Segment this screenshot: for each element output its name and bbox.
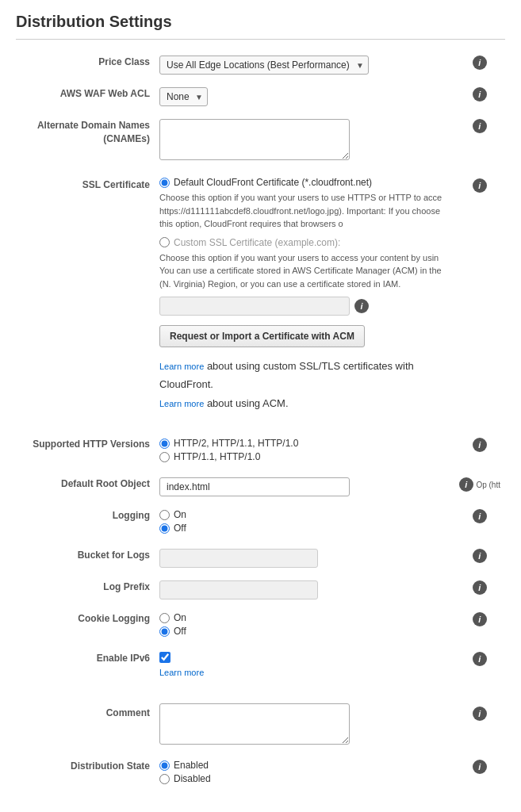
- http-version-radio-2[interactable]: [159, 452, 170, 462]
- comment-input[interactable]: [159, 703, 350, 745]
- enable-ipv6-checkbox[interactable]: [159, 652, 170, 663]
- settings-form: Price Class Use All Edge Locations (Best…: [16, 49, 505, 793]
- price-class-label: Price Class: [98, 56, 150, 67]
- distribution-state-enabled-radio[interactable]: [159, 760, 170, 771]
- log-prefix-row: Log Prefix i: [16, 574, 505, 606]
- ssl-default-desc: Choose this option if you want your user…: [159, 191, 450, 231]
- log-prefix-info-icon: i: [473, 580, 487, 595]
- aws-waf-info-icon: i: [473, 87, 487, 102]
- ssl-default-label: Default CloudFront Certificate (*.cloudf…: [174, 177, 372, 188]
- ssl-default-option: Default CloudFront Certificate (*.cloudf…: [159, 177, 450, 188]
- cookie-logging-on-label: On: [174, 612, 186, 623]
- cookie-logging-on-option: On: [159, 612, 450, 623]
- comment-row: Comment i: [16, 697, 505, 753]
- cookie-logging-row: Cookie Logging On Off i: [16, 606, 505, 645]
- ssl-custom-radio[interactable]: [159, 237, 170, 247]
- alternate-domains-input[interactable]: [159, 119, 350, 160]
- cert-input[interactable]: [159, 297, 350, 316]
- ssl-info-icon: i: [473, 178, 487, 193]
- distribution-state-label: Distribution State: [71, 760, 150, 772]
- default-root-object-row: Default Root Object i Op (htt: [16, 471, 505, 503]
- distribution-state-enabled-option: Enabled: [159, 760, 450, 771]
- log-prefix-input[interactable]: [159, 580, 318, 599]
- price-class-select[interactable]: Use All Edge Locations (Best Performance…: [159, 56, 369, 75]
- price-class-dropdown-wrapper: Use All Edge Locations (Best Performance…: [159, 56, 369, 75]
- http-versions-info-icon: i: [473, 438, 487, 452]
- bucket-for-logs-row: Bucket for Logs i: [16, 542, 505, 574]
- distribution-state-disabled-label: Disabled: [174, 773, 211, 784]
- logging-label: Logging: [113, 510, 150, 521]
- ipv6-learn-more-block: Learn more: [159, 666, 450, 678]
- ssl-learn-more-suffix-2: about using ACM.: [204, 397, 288, 409]
- ssl-custom-label: Custom SSL Certificate (example.com):: [174, 237, 340, 248]
- price-class-row: Price Class Use All Edge Locations (Best…: [16, 49, 505, 81]
- distribution-state-disabled-radio[interactable]: [159, 774, 170, 784]
- default-root-object-info-icon: i: [459, 477, 473, 492]
- logging-info-icon: i: [473, 509, 487, 523]
- http-version-label-2: HTTP/1.1, HTTP/1.0: [174, 451, 260, 462]
- http-versions-label: Supported HTTP Versions: [33, 439, 150, 450]
- http-version-option-2: HTTP/1.1, HTTP/1.0: [159, 451, 450, 462]
- alternate-domains-info-icon: i: [473, 119, 487, 133]
- logging-on-option: On: [159, 509, 450, 520]
- ssl-learn-more-link-1[interactable]: Learn more: [159, 362, 204, 371]
- comment-info-icon: i: [473, 707, 487, 721]
- enable-ipv6-info-icon: i: [473, 652, 487, 666]
- logging-off-radio[interactable]: [159, 523, 170, 534]
- aws-waf-select[interactable]: None: [159, 87, 208, 106]
- cookie-logging-off-label: Off: [174, 626, 186, 637]
- ssl-custom-desc: Choose this option if you want your user…: [159, 251, 450, 291]
- log-prefix-label: Log Prefix: [103, 581, 150, 592]
- http-version-option-1: HTTP/2, HTTP/1.1, HTTP/1.0: [159, 438, 450, 449]
- cookie-logging-off-radio[interactable]: [159, 626, 170, 637]
- default-root-object-label: Default Root Object: [61, 478, 150, 489]
- cookie-logging-off-option: Off: [159, 626, 450, 637]
- distribution-state-disabled-option: Disabled: [159, 773, 450, 784]
- enable-ipv6-container: [159, 652, 450, 663]
- bucket-for-logs-label: Bucket for Logs: [78, 550, 150, 561]
- default-root-object-tooltip: Op (htt: [476, 481, 500, 489]
- http-versions-row: Supported HTTP Versions HTTP/2, HTTP/1.1…: [16, 431, 505, 471]
- logging-on-label: On: [174, 509, 186, 520]
- ssl-custom-option: Custom SSL Certificate (example.com):: [159, 237, 450, 248]
- http-version-label-1: HTTP/2, HTTP/1.1, HTTP/1.0: [174, 438, 298, 449]
- logging-off-label: Off: [174, 523, 186, 534]
- acm-button[interactable]: Request or Import a Certificate with ACM: [159, 325, 365, 347]
- bucket-for-logs-info-icon: i: [473, 549, 487, 563]
- ssl-default-radio[interactable]: [159, 178, 170, 188]
- cert-info-icon: i: [354, 299, 369, 313]
- default-root-object-input[interactable]: [159, 477, 350, 496]
- distribution-state-info-icon: i: [473, 760, 487, 774]
- distribution-state-row: Distribution State Enabled Disabled i: [16, 753, 505, 793]
- logging-off-option: Off: [159, 523, 450, 534]
- price-class-info-icon: i: [473, 56, 487, 70]
- distribution-state-enabled-label: Enabled: [174, 760, 209, 771]
- aws-waf-row: AWS WAF Web ACL None ▼ i: [16, 81, 505, 113]
- page-title: Distribution Settings: [16, 13, 505, 40]
- comment-label: Comment: [106, 707, 150, 718]
- aws-waf-dropdown-wrapper: None ▼: [159, 87, 208, 106]
- logging-on-radio[interactable]: [159, 510, 170, 520]
- alternate-domains-label: Alternate Domain Names (CNAMEs): [37, 120, 150, 144]
- ssl-learn-more-link-2[interactable]: Learn more: [159, 399, 204, 408]
- http-version-radio-1[interactable]: [159, 439, 170, 449]
- alternate-domains-row: Alternate Domain Names (CNAMEs) i: [16, 113, 505, 169]
- enable-ipv6-row: Enable IPv6 Learn more i: [16, 645, 505, 684]
- enable-ipv6-label: Enable IPv6: [97, 653, 150, 664]
- aws-waf-label: AWS WAF Web ACL: [60, 88, 150, 99]
- logging-row: Logging On Off i: [16, 503, 505, 542]
- ssl-certificate-row: SSL Certificate Default CloudFront Certi…: [16, 169, 505, 419]
- ipv6-learn-more-link[interactable]: Learn more: [159, 668, 204, 677]
- cookie-logging-on-radio[interactable]: [159, 613, 170, 623]
- bucket-for-logs-input[interactable]: [159, 549, 318, 568]
- cookie-logging-label: Cookie Logging: [78, 613, 150, 624]
- ssl-certificate-label: SSL Certificate: [82, 179, 150, 190]
- cert-input-row: i: [159, 297, 450, 316]
- cookie-logging-info-icon: i: [473, 612, 487, 626]
- ssl-learn-more-block: Learn more about using custom SSL/TLS ce…: [159, 357, 450, 412]
